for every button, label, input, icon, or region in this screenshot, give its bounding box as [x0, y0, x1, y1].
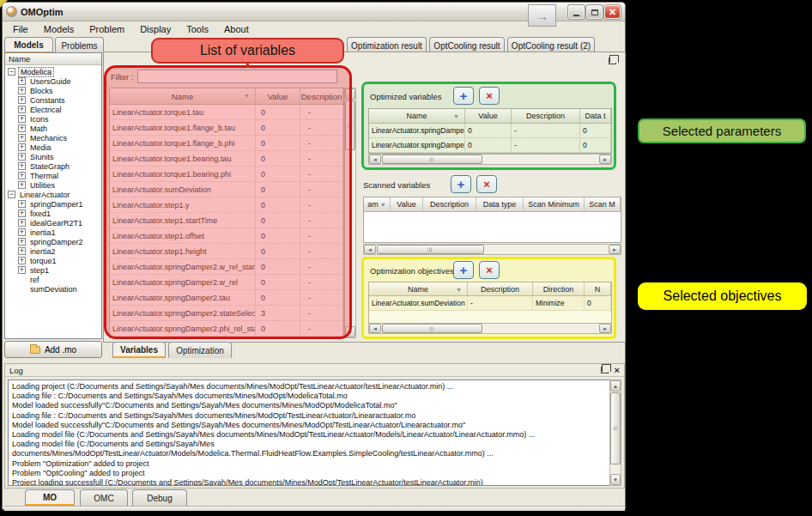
tree-expander-icon[interactable] [18, 77, 26, 85]
tree-item[interactable]: Electrical [5, 105, 101, 114]
tree-expander-icon[interactable] [18, 200, 26, 208]
objective-row[interactable]: LinearActuator.sumDeviation - Minimize 0 [369, 296, 611, 311]
add-optimized-variable-button[interactable]: + [453, 87, 474, 105]
tree-expander-icon[interactable] [18, 134, 26, 142]
variable-row[interactable]: LinearActuator.step1.offset 0 - [110, 228, 343, 244]
variable-row[interactable]: LinearActuator.springDamper2.w_rel_start… [110, 259, 343, 275]
scrollbar-thumb[interactable] [382, 155, 482, 164]
variable-row[interactable]: LinearActuator.springDamper2.tau 0 - [110, 290, 343, 306]
menu-item[interactable]: Models [36, 23, 82, 35]
add-objective-button[interactable]: + [453, 261, 474, 279]
column-header-description[interactable]: Description [512, 109, 580, 123]
tree-item[interactable]: Math [5, 124, 101, 133]
column-header-value[interactable]: Value [391, 197, 423, 211]
tree-item[interactable]: SIunits [5, 152, 101, 161]
tree-item[interactable]: UsersGuide [5, 76, 101, 86]
menu-item[interactable]: Problem [82, 23, 132, 35]
scroll-up-icon[interactable]: ▲ [345, 88, 355, 100]
tree-item[interactable]: fixed1 [5, 209, 101, 218]
scroll-down-icon[interactable]: ▼ [610, 474, 621, 485]
log-vertical-scrollbar[interactable]: ▲ ▼ [609, 379, 621, 486]
remove-scanned-variable-button[interactable]: × [476, 175, 497, 193]
variable-row[interactable]: LinearActuator.springDamper2.phi_rel_sta… [110, 321, 343, 337]
tree-expander-icon[interactable] [18, 124, 26, 132]
scroll-left-icon[interactable]: ◄ [369, 324, 381, 333]
tree-expander-icon[interactable] [18, 219, 26, 227]
close-button[interactable]: ✕ [604, 5, 621, 19]
tree-item[interactable]: Modelica [5, 67, 101, 76]
tree-item[interactable]: Mechanics [5, 133, 101, 143]
float-panel-icon[interactable] [609, 58, 616, 64]
tree-item[interactable]: Utilities [5, 180, 101, 190]
tree-expander-icon[interactable] [18, 143, 26, 151]
column-header-name[interactable]: am ▼ [364, 197, 391, 211]
variable-row[interactable]: LinearActuator.step1.y 0 - [110, 197, 343, 213]
tree-item[interactable]: Blocks [5, 86, 101, 95]
tab-variables[interactable]: Variables [112, 342, 166, 358]
scrollbar-thumb[interactable] [345, 100, 355, 150]
scroll-right-icon[interactable]: ► [609, 245, 621, 254]
tree-expander-icon[interactable] [18, 209, 26, 217]
tree-item[interactable]: inertia2 [5, 246, 101, 256]
column-header-value[interactable]: Value [465, 109, 512, 123]
variable-row[interactable]: LinearActuator.step1.height 0 - [110, 244, 343, 259]
tree-expander-icon[interactable] [8, 68, 15, 76]
column-header-scan-maximum[interactable]: Scan M [585, 197, 621, 211]
close-log-icon[interactable]: × [615, 366, 620, 375]
tree-expander-icon[interactable] [18, 96, 26, 104]
scroll-right-icon[interactable]: ► [599, 155, 611, 164]
tree-item[interactable]: Thermal [5, 171, 101, 180]
tree-expander-icon[interactable] [18, 238, 26, 246]
variable-row[interactable]: LinearActuator.torque1.bearing.phi 0 - [110, 167, 343, 182]
tree-item[interactable]: inertia1 [5, 228, 101, 237]
scrollbar-thumb[interactable] [377, 245, 484, 254]
menu-item[interactable]: Tools [179, 23, 216, 35]
column-header-scan-minimum[interactable]: Scan Minimum [524, 197, 585, 211]
tree-item[interactable]: StateGraph [5, 161, 101, 171]
scrollbar-track[interactable] [381, 155, 599, 164]
scanned-horizontal-scrollbar[interactable]: ◄ ► [363, 244, 621, 255]
variable-row[interactable]: LinearActuator.step1.startTime 0 - [110, 213, 343, 228]
tab-debug[interactable]: Debug [132, 489, 187, 506]
column-header-data-type[interactable]: Data t [580, 109, 611, 123]
tree-expander-icon[interactable] [18, 87, 26, 94]
scrollbar-thumb[interactable] [610, 392, 621, 464]
scroll-up-icon[interactable]: ▲ [610, 380, 621, 392]
scrollbar-thumb[interactable] [382, 324, 482, 333]
tree-expander-icon[interactable] [18, 266, 26, 274]
variable-row[interactable]: LinearActuator.torque1.flange_b.tau 0 - [110, 120, 343, 136]
column-header-description[interactable]: Description [423, 197, 476, 211]
variables-vertical-scrollbar[interactable]: ▲ ▼ [344, 88, 356, 338]
column-header-direction[interactable]: Direction [533, 282, 585, 295]
scroll-left-icon[interactable]: ◄ [364, 245, 376, 254]
variable-row[interactable]: LinearActuator.sumDeviation 0 - [110, 182, 343, 197]
variable-row[interactable]: LinearActuator.torque1.tau 0 - [110, 105, 343, 120]
optimized-variable-row[interactable]: LinearActuator.springDamper1.d 0 - 0 [369, 138, 611, 153]
float-panel-icon[interactable] [601, 367, 609, 373]
scroll-down-icon[interactable]: ▼ [345, 326, 355, 337]
variable-row[interactable]: LinearActuator.springDamper2.stateSelect… [110, 306, 343, 321]
add-scanned-variable-button[interactable]: + [451, 175, 471, 193]
tree-item[interactable]: torque1 [5, 256, 101, 265]
objectives-horizontal-scrollbar[interactable]: ◄ ► [368, 323, 612, 334]
tree-item[interactable]: Media [5, 143, 101, 152]
tree-item[interactable]: sumDeviation [5, 284, 101, 294]
column-header-value[interactable]: Value [256, 88, 300, 104]
menu-item[interactable]: File [5, 23, 36, 35]
scrollbar-track[interactable] [345, 100, 355, 326]
tree-item[interactable]: step1 [5, 265, 101, 275]
tab-mo[interactable]: MO [25, 489, 75, 506]
tab-optimization[interactable]: Optimization [168, 342, 232, 358]
tree-expander-icon[interactable] [18, 115, 26, 123]
tree-expander-icon[interactable] [18, 247, 26, 255]
filter-input[interactable] [137, 70, 337, 83]
tree-expander-icon[interactable] [18, 228, 26, 236]
column-header-data-type[interactable]: Data type [476, 197, 524, 211]
variable-row[interactable]: LinearActuator.springDamper2.w_rel 0 - [110, 275, 343, 290]
tree-item[interactable]: Icons [5, 114, 101, 124]
tree-expander-icon[interactable] [8, 191, 15, 198]
variable-row[interactable]: LinearActuator.torque1.bearing.tau 0 - [110, 151, 343, 167]
tree-expander-icon[interactable] [18, 172, 26, 179]
tree-item[interactable]: ref [5, 275, 101, 284]
tree-item[interactable]: Constants [5, 95, 101, 105]
